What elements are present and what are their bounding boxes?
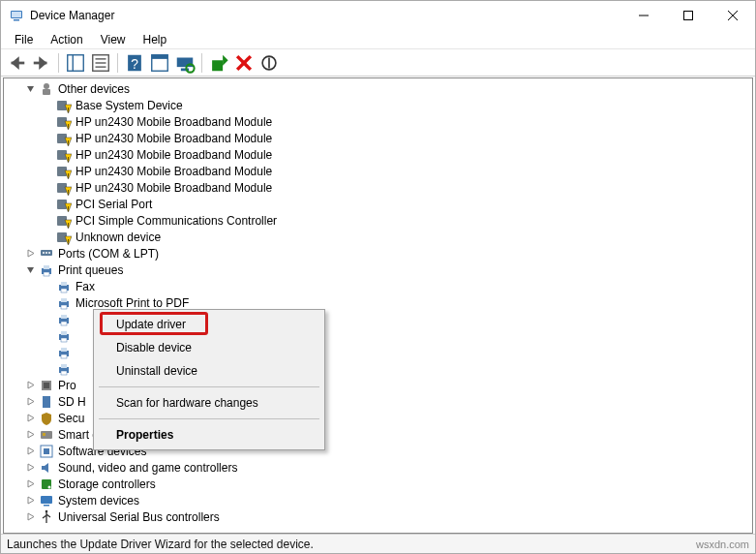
chevron-right-icon[interactable]	[23, 510, 37, 524]
svg-rect-58	[61, 305, 67, 309]
toolbar-button[interactable]	[148, 52, 171, 74]
tree-item[interactable]: ! HP un2430 Mobile Broadband Module	[4, 163, 752, 179]
menu-view[interactable]: View	[93, 31, 134, 48]
warning-device-icon: !	[56, 230, 72, 245]
node-label: Pro	[58, 379, 76, 392]
svg-rect-7	[12, 61, 25, 64]
item-label: Unknown device	[76, 231, 161, 244]
svg-text:!: !	[68, 122, 70, 129]
software-devices-icon	[39, 444, 54, 459]
node-label: Universal Serial Bus controllers	[58, 510, 220, 524]
disable-button[interactable]	[257, 52, 281, 74]
item-label: Fax	[76, 280, 95, 293]
chevron-right-icon[interactable]	[23, 461, 37, 475]
svg-text:!: !	[68, 106, 70, 112]
usb-icon	[39, 509, 54, 525]
svg-rect-61	[61, 322, 67, 325]
svg-rect-27	[43, 89, 50, 95]
toolbar: ?	[1, 49, 755, 77]
ctx-update-driver[interactable]: Update driver	[97, 313, 321, 336]
item-label: HP un2430 Mobile Broadband Module	[76, 132, 272, 145]
svg-point-48	[45, 252, 47, 254]
tree-node-system[interactable]: System devices	[4, 492, 752, 508]
tree-node-storage[interactable]: Storage controllers	[4, 476, 752, 492]
chevron-right-icon[interactable]	[23, 395, 37, 409]
tree-item-fax[interactable]: Fax	[4, 278, 752, 294]
watermark-text: wsxdn.com	[696, 539, 749, 550]
menu-action[interactable]: Action	[43, 31, 90, 48]
node-label: Secu	[58, 412, 84, 425]
menu-file[interactable]: File	[7, 31, 41, 48]
chevron-down-icon[interactable]	[23, 82, 37, 96]
item-label: Base System Device	[76, 99, 183, 112]
properties-button[interactable]	[89, 52, 112, 74]
sd-card-icon	[39, 394, 54, 410]
ctx-properties[interactable]: Properties	[97, 423, 321, 446]
printer-icon	[56, 279, 72, 294]
tree-item[interactable]: ! HP un2430 Mobile Broadband Module	[4, 130, 752, 146]
svg-rect-72	[44, 383, 49, 388]
svg-rect-73	[41, 431, 52, 439]
maximize-button[interactable]	[666, 1, 711, 30]
tree-item[interactable]: ! Unknown device	[4, 229, 752, 245]
speaker-icon	[39, 460, 54, 476]
svg-text:!: !	[68, 171, 70, 178]
status-bar: Launches the Update Driver Wizard for th…	[1, 534, 755, 553]
svg-rect-66	[61, 348, 67, 352]
node-label: Ports (COM & LPT)	[58, 247, 159, 261]
chevron-right-icon[interactable]	[23, 428, 37, 442]
ctx-uninstall-device[interactable]: Uninstall device	[97, 359, 321, 383]
separator	[99, 386, 319, 387]
minimize-button[interactable]	[621, 1, 666, 30]
chevron-right-icon[interactable]	[23, 494, 37, 508]
back-button[interactable]	[5, 52, 28, 74]
update-driver-button[interactable]	[207, 52, 230, 74]
svg-rect-54	[61, 282, 67, 286]
chevron-right-icon[interactable]	[23, 247, 37, 261]
tree-item[interactable]: ! HP un2430 Mobile Broadband Module	[4, 146, 752, 163]
uninstall-button[interactable]	[232, 52, 256, 74]
tree-item[interactable]: ! PCI Simple Communications Controller	[4, 212, 752, 229]
item-label: Microsoft Print to PDF	[76, 296, 189, 310]
app-icon	[9, 8, 24, 23]
svg-rect-80	[44, 505, 49, 507]
tree-node-sound[interactable]: Sound, video and game controllers	[4, 459, 752, 476]
show-hide-console-button[interactable]	[64, 52, 87, 74]
tree-node-ports[interactable]: Ports (COM & LPT)	[4, 245, 752, 262]
chevron-right-icon[interactable]	[23, 379, 37, 392]
tree-item[interactable]: ! PCI Serial Port	[4, 196, 752, 212]
context-menu: Update driver Disable device Uninstall d…	[93, 309, 325, 450]
chevron-right-icon[interactable]	[23, 412, 37, 425]
tree-node-print-queues[interactable]: Print queues	[4, 262, 752, 278]
svg-rect-8	[34, 61, 47, 64]
device-tree[interactable]: Other devices ! Base System Device ! HP …	[4, 78, 752, 533]
help-button[interactable]: ?	[123, 52, 146, 74]
ctx-disable-device[interactable]: Disable device	[97, 336, 321, 359]
tree-node-usb[interactable]: Universal Serial Bus controllers	[4, 508, 752, 525]
svg-point-26	[44, 83, 49, 89]
svg-rect-55	[61, 289, 67, 292]
svg-point-78	[48, 485, 51, 488]
svg-rect-63	[61, 331, 67, 335]
ctx-scan-hardware[interactable]: Scan for hardware changes	[97, 391, 321, 415]
chevron-down-icon[interactable]	[23, 263, 37, 277]
node-label: Other devices	[58, 82, 130, 96]
svg-rect-18	[152, 54, 168, 58]
warning-device-icon: !	[56, 98, 72, 113]
node-label: System devices	[58, 494, 139, 508]
chevron-right-icon[interactable]	[23, 445, 37, 458]
tree-item[interactable]: ! HP un2430 Mobile Broadband Module	[4, 113, 752, 130]
tree-item[interactable]: ! Base System Device	[4, 97, 752, 113]
item-label: HP un2430 Mobile Broadband Module	[76, 148, 272, 162]
tree-item[interactable]: ! HP un2430 Mobile Broadband Module	[4, 179, 752, 196]
other-devices-icon	[39, 81, 54, 97]
scan-hardware-button[interactable]	[173, 52, 197, 74]
tree-node-other-devices[interactable]: Other devices	[4, 80, 752, 97]
svg-rect-22	[212, 60, 223, 71]
svg-point-49	[48, 252, 50, 254]
close-button[interactable]	[711, 1, 755, 30]
title-bar: Device Manager	[1, 1, 755, 30]
forward-button[interactable]	[30, 52, 53, 74]
menu-help[interactable]: Help	[136, 31, 175, 48]
chevron-right-icon[interactable]	[23, 477, 37, 491]
